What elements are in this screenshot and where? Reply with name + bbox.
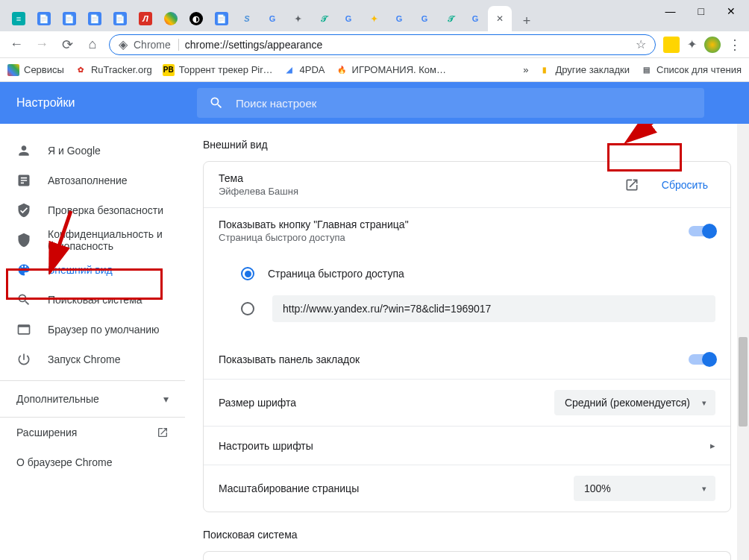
appearance-card: Тема Эйфелева Башня Сбросить Показывать … — [203, 161, 731, 512]
bookmarks-overflow[interactable]: » — [523, 64, 528, 75]
sidebar-item-privacy[interactable]: Конфиденциальность и безопасность — [0, 225, 185, 255]
font-size-select[interactable]: Средний (рекомендуется) — [554, 390, 715, 415]
tab-12[interactable]: ✦ — [285, 6, 310, 31]
home-button[interactable]: ⌂ — [84, 37, 101, 52]
settings-title: Настройки — [0, 96, 197, 110]
font-size-row: Размер шрифта Средний (рекомендуется) — [204, 379, 730, 426]
settings-search[interactable] — [197, 88, 704, 118]
tab-1[interactable]: ≡ — [6, 6, 31, 31]
favicon: G — [342, 12, 355, 25]
address-bar[interactable]: ◈ Chrome chrome://settings/appearance ☆ — [109, 34, 656, 55]
favicon — [164, 12, 178, 25]
radio-icon — [241, 302, 254, 315]
url-text: chrome://settings/appearance — [185, 39, 630, 51]
bookmark-torrent[interactable]: PBТоррент трекер Pir… — [163, 64, 273, 76]
custom-fonts-label: Настроить шрифты — [219, 440, 313, 452]
favicon: Л — [139, 12, 152, 25]
tab-18[interactable]: 𝒯 — [437, 6, 463, 31]
home-button-toggle[interactable] — [689, 226, 715, 236]
tab-15[interactable]: ✦ — [361, 6, 386, 31]
new-tab-button[interactable]: + — [516, 10, 537, 31]
window-controls: — □ ✕ — [665, 0, 749, 22]
tab-active-settings[interactable]: ✕ — [488, 6, 512, 31]
sidebar-about[interactable]: О браузере Chrome — [0, 447, 185, 477]
home-url-input[interactable] — [272, 295, 715, 322]
power-icon — [16, 352, 31, 367]
favicon: PB — [163, 64, 175, 76]
radio-ntp[interactable]: Страница быстрого доступа — [241, 259, 715, 288]
tab-8[interactable]: ◐ — [184, 6, 209, 31]
settings-search-input[interactable] — [236, 97, 692, 110]
scrollbar[interactable] — [737, 124, 749, 560]
close-button[interactable]: ✕ — [727, 5, 736, 17]
tab-2[interactable]: 📄 — [31, 6, 57, 31]
favicon: 📄 — [215, 12, 228, 25]
tab-16[interactable]: G — [386, 6, 412, 31]
tab-9[interactable]: 📄 — [209, 6, 234, 31]
tab-3[interactable]: 📄 — [57, 6, 82, 31]
font-size-label: Размер шрифта — [219, 397, 296, 409]
bookmarks-bar-label: Показывать панель закладок — [219, 353, 360, 365]
bookmark-igromania[interactable]: 🔥ИГРОМАНИЯ. Ком… — [336, 64, 446, 76]
bookmark-star-icon[interactable]: ☆ — [636, 37, 646, 51]
open-in-new-icon[interactable] — [624, 177, 639, 192]
theme-label: Тема — [219, 172, 298, 184]
favicon: 📄 — [37, 12, 51, 25]
search-engine-card — [203, 551, 731, 560]
extension-icon-1[interactable] — [663, 37, 680, 53]
site-info-icon[interactable]: ◈ — [119, 37, 128, 51]
sidebar-item-appearance[interactable]: Внешний вид — [0, 255, 185, 285]
tab-13[interactable]: 𝒯 — [310, 6, 336, 31]
search-icon — [209, 95, 224, 110]
zoom-select[interactable]: 100% — [574, 476, 715, 501]
bookmark-4pda[interactable]: ◢4PDA — [283, 64, 325, 76]
tab-4[interactable]: 📄 — [82, 6, 107, 31]
apps-shortcut[interactable]: Сервисы — [7, 64, 64, 76]
home-label: Показывать кнопку "Главная страница" — [219, 218, 409, 230]
tab-6[interactable]: Л — [133, 6, 158, 31]
sidebar-item-default-browser[interactable]: Браузер по умолчанию — [0, 315, 185, 345]
tab-7[interactable] — [158, 6, 184, 31]
reading-list[interactable]: ▤Список для чтения — [640, 64, 742, 76]
close-icon[interactable]: ✕ — [496, 13, 504, 24]
custom-fonts-row[interactable]: Настроить шрифты ▸ — [204, 426, 730, 465]
bookmarks-bar-toggle[interactable] — [689, 354, 715, 365]
reload-button[interactable]: ⟳ — [58, 37, 76, 53]
sidebar-item-safety-check[interactable]: Проверка безопасности — [0, 195, 185, 225]
radio-icon — [241, 267, 254, 280]
sidebar-item-search-engine[interactable]: Поисковая система — [0, 285, 185, 315]
tab-11[interactable]: G — [260, 6, 285, 31]
tab-10[interactable]: S — [234, 6, 260, 31]
sidebar-advanced[interactable]: Дополнительные▾ — [0, 380, 185, 417]
favicon: 🔥 — [336, 64, 348, 76]
favicon: ✦ — [367, 12, 380, 25]
radio-custom-url[interactable] — [241, 288, 715, 330]
autofill-icon — [16, 173, 31, 188]
favicon: 𝒯 — [316, 12, 330, 25]
minimize-button[interactable]: — — [665, 5, 676, 17]
tab-17[interactable]: G — [412, 6, 437, 31]
menu-icon[interactable]: ⋮ — [728, 37, 742, 53]
theme-name: Эйфелева Башня — [219, 186, 298, 197]
bookmark-rutracker[interactable]: ✿RuTracker.org — [75, 64, 152, 76]
sidebar-item-autofill[interactable]: Автозаполнение — [0, 166, 185, 195]
back-button[interactable]: ← — [7, 37, 25, 52]
shield-icon — [16, 233, 31, 248]
profile-avatar[interactable] — [704, 37, 721, 53]
maximize-button[interactable]: □ — [698, 5, 704, 17]
scrollbar-thumb[interactable] — [739, 337, 748, 427]
tab-5[interactable]: 📄 — [107, 6, 133, 31]
extensions-icon[interactable]: ✦ — [687, 37, 697, 51]
favicon: S — [240, 12, 254, 25]
sidebar-item-you-and-google[interactable]: Я и Google — [0, 136, 185, 166]
other-bookmarks[interactable]: ▮Другие закладки — [539, 64, 630, 76]
home-button-row: Показывать кнопку "Главная страница" Стр… — [204, 207, 730, 254]
sidebar-extensions[interactable]: Расширения — [0, 418, 185, 447]
sidebar-item-on-startup[interactable]: Запуск Chrome — [0, 345, 185, 374]
tab-19[interactable]: G — [463, 6, 488, 31]
tab-14[interactable]: G — [336, 6, 361, 31]
section-appearance-title: Внешний вид — [203, 139, 731, 151]
section-search-title: Поисковая система — [203, 529, 731, 541]
theme-row: Тема Эйфелева Башня Сбросить — [204, 162, 730, 207]
reset-theme-button[interactable]: Сбросить — [654, 174, 715, 195]
